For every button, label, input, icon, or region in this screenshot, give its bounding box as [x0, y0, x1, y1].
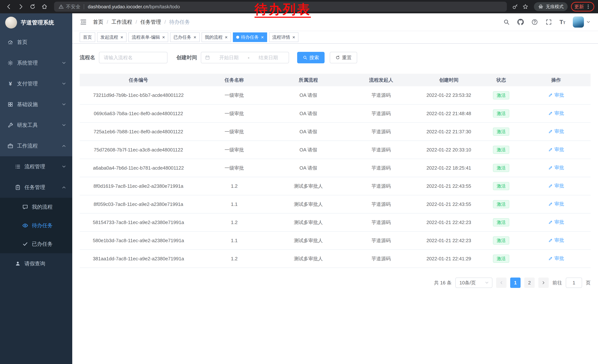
tab-close-icon[interactable]: × — [292, 35, 295, 40]
sidebar-item-payment-mgmt[interactable]: ¥ 支付管理 — [0, 73, 72, 94]
browser-reload-button[interactable] — [27, 1, 38, 12]
tab-close-icon[interactable]: × — [225, 35, 228, 40]
approve-link[interactable]: 审批 — [548, 128, 564, 135]
approve-link[interactable]: 审批 — [548, 201, 564, 207]
menu-label: 基础设施 — [17, 101, 38, 108]
app-logo[interactable]: 芋道管理系统 — [0, 13, 72, 32]
url-host: dashboard.yudao.iocoder.cn — [88, 4, 148, 10]
dashboard-icon — [8, 39, 13, 45]
table-row: 069c6a63-7b8a-11ec-8ef0-acde48001122 一级审… — [80, 105, 590, 122]
sidebar-item-leave-query[interactable]: 请假查询 — [0, 253, 72, 274]
breadcrumb-workflow[interactable]: 工作流程 — [112, 18, 132, 25]
tab-label: 已办任务 — [173, 34, 191, 40]
tab-process-detail[interactable]: 流程详情 × — [269, 32, 299, 42]
browser-menu-dots-icon[interactable] — [585, 4, 591, 9]
page-size-select[interactable]: 10条/页 — [455, 277, 492, 288]
help-icon[interactable] — [531, 19, 538, 25]
chevron-down-icon — [61, 123, 66, 128]
bookmark-star-icon[interactable] — [520, 1, 531, 12]
table-row: 58154733-7ac8-11ec-a9e2-a2380e71991a 1.2… — [80, 213, 590, 231]
tab-close-icon[interactable]: × — [162, 35, 165, 40]
sidebar-item-dev-tools[interactable]: 研发工具 — [0, 115, 72, 136]
process-name-input[interactable] — [99, 52, 167, 63]
browser-home-button[interactable] — [39, 1, 50, 12]
tabs-bar: 首页 发起流程 × 流程表单-编辑 × 已办任务 × 我的流程 × — [72, 31, 598, 44]
approve-link[interactable]: 审批 — [548, 219, 564, 225]
sidebar-item-system-mgmt[interactable]: 系统管理 — [0, 53, 72, 73]
sidebar-item-todo-tasks[interactable]: 待办任务 — [0, 216, 72, 235]
sidebar-item-done-tasks[interactable]: 已办任务 — [0, 235, 72, 253]
cell-created: 2022-01-22 18:25:41 — [417, 159, 481, 177]
tab-start-process[interactable]: 发起流程 × — [97, 32, 126, 42]
sidebar-collapse-icon[interactable] — [80, 18, 87, 26]
sidebar-item-workflow[interactable]: 工作流程 — [0, 136, 72, 156]
page-button-2[interactable]: 2 — [524, 277, 535, 288]
sidebar-item-home[interactable]: 首页 — [0, 32, 72, 53]
chat-icon — [22, 204, 28, 210]
caret-down-icon — [586, 20, 590, 24]
wrench-icon — [8, 122, 13, 128]
edit-icon — [548, 147, 553, 152]
approve-link[interactable]: 审批 — [548, 146, 564, 153]
browser-back-button[interactable] — [4, 1, 14, 12]
tab-todo-tasks[interactable]: 待办任务 × — [233, 32, 267, 42]
tab-close-icon[interactable]: × — [261, 35, 264, 40]
font-size-icon[interactable]: TT — [559, 19, 565, 25]
grid-icon — [8, 101, 13, 107]
approve-link[interactable]: 审批 — [548, 110, 564, 116]
tab-form-edit[interactable]: 流程表单-编辑 × — [128, 32, 168, 42]
cell-task-name: 一级审批 — [197, 86, 271, 105]
search-button[interactable]: 搜索 — [297, 52, 324, 63]
cell-process: OA 请假 — [271, 141, 345, 159]
breadcrumb-home[interactable]: 首页 — [93, 18, 103, 25]
back-arrow-icon — [6, 4, 12, 10]
status-badge: 激活 — [493, 91, 509, 99]
github-icon[interactable] — [517, 19, 524, 25]
prev-page-button[interactable] — [496, 277, 507, 288]
breadcrumb: 首页 / 工作流程 / 任务管理 / 待办任务 — [93, 18, 190, 25]
approve-link[interactable]: 审批 — [548, 92, 564, 98]
tab-done-tasks[interactable]: 已办任务 × — [170, 32, 199, 42]
status-badge: 激活 — [493, 236, 509, 245]
browser-forward-button[interactable] — [16, 1, 26, 12]
status-badge: 激活 — [493, 255, 509, 263]
chevron-down-icon — [61, 81, 66, 86]
date-range-picker[interactable]: 开始日期 - 结束日期 — [201, 52, 289, 63]
cell-task-id: 381aa1dd-7ac8-11ec-a9e2-a2380e71991a — [80, 250, 197, 268]
search-button-label: 搜索 — [309, 54, 319, 61]
status-badge: 激活 — [493, 218, 509, 226]
sidebar-item-process-mgmt[interactable]: 流程管理 — [0, 156, 72, 177]
sidebar-item-my-process[interactable]: 我的流程 — [0, 198, 72, 216]
approve-link[interactable]: 审批 — [548, 183, 564, 189]
browser-update-button[interactable]: 更新 — [571, 2, 594, 11]
app-frame: 芋道管理系统 首页 系统管理 ¥ 支付管理 — [0, 13, 598, 364]
page-button-1[interactable]: 1 — [510, 277, 521, 288]
sidebar-item-infrastructure[interactable]: 基础设施 — [0, 94, 72, 115]
tab-close-icon[interactable]: × — [120, 35, 123, 40]
approve-link[interactable]: 审批 — [548, 237, 564, 243]
cell-process: OA 请假 — [271, 159, 345, 177]
tab-my-process[interactable]: 我的流程 × — [201, 32, 231, 42]
search-icon[interactable] — [503, 19, 510, 25]
cell-process: 测试多审批人 — [271, 195, 345, 213]
password-key-icon[interactable] — [510, 1, 520, 12]
sidebar-filler — [0, 274, 72, 364]
cell-process: 测试多审批人 — [271, 177, 345, 195]
user-avatar-menu[interactable] — [573, 16, 590, 28]
next-page-button[interactable] — [538, 277, 549, 288]
app-header: 首页 / 工作流程 / 任务管理 / 待办任务 TT — [72, 13, 598, 31]
fullscreen-icon[interactable] — [545, 19, 552, 25]
sidebar-item-task-mgmt[interactable]: 任务管理 — [0, 177, 72, 198]
filter-bar: 流程名 创建时间 开始日期 - 结束日期 搜索 重 — [80, 52, 590, 63]
cell-task-name: 一级审批 — [197, 141, 271, 159]
goto-page-input[interactable] — [566, 277, 582, 288]
approve-link[interactable]: 审批 — [548, 164, 564, 171]
tab-close-icon[interactable]: × — [193, 35, 196, 40]
reset-button[interactable]: 重置 — [330, 52, 357, 63]
cell-created: 2022-01-21 22:42:23 — [417, 213, 481, 231]
cell-task-id: 8f059c03-7ac8-11ec-a9e2-a2380e71991a — [80, 195, 197, 213]
menu-label: 任务管理 — [25, 184, 45, 191]
breadcrumb-task-mgmt[interactable]: 任务管理 — [141, 18, 161, 25]
approve-link[interactable]: 审批 — [548, 255, 564, 262]
tab-home[interactable]: 首页 — [80, 32, 95, 42]
